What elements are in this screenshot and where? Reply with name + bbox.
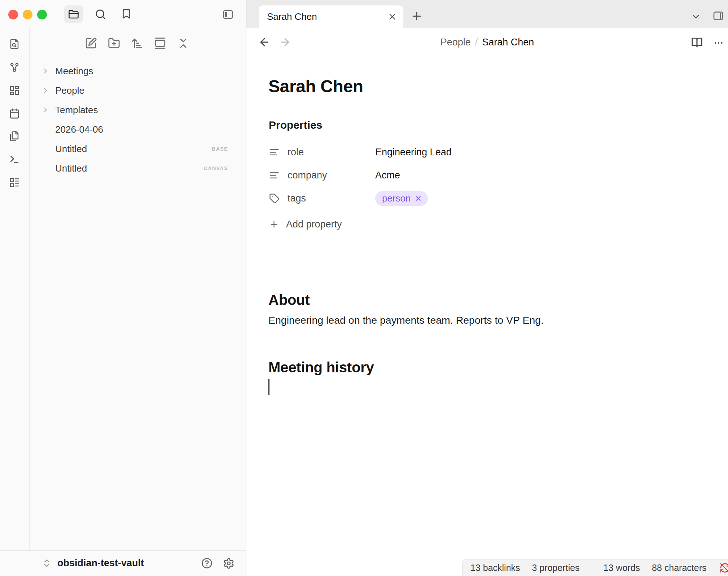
backlinks-count[interactable]: 13 backlinks <box>470 563 520 573</box>
section-heading-meeting-history[interactable]: Meeting history <box>268 359 374 376</box>
close-tab-icon[interactable] <box>387 12 397 22</box>
property-key[interactable]: company <box>269 170 375 181</box>
remove-tag-icon[interactable] <box>415 195 422 202</box>
property-value[interactable]: Engineering Lead <box>375 147 452 158</box>
property-name: tags <box>288 193 306 204</box>
tag-label: person <box>382 193 411 204</box>
file-type-badge: BASE <box>212 146 228 152</box>
add-property-label: Add property <box>286 219 342 230</box>
collapse-left-sidebar-button[interactable] <box>222 9 234 20</box>
help-icon[interactable] <box>201 558 212 569</box>
search-tab-button[interactable] <box>95 9 106 20</box>
sidebar-main-divider <box>246 0 246 576</box>
graph-view-icon[interactable] <box>9 62 20 73</box>
collapse-all-icon[interactable] <box>177 37 189 49</box>
tag-icon <box>269 193 280 204</box>
sync-error-icon[interactable] <box>719 562 728 573</box>
reading-view-icon[interactable] <box>691 37 703 48</box>
files-copy-icon[interactable] <box>9 131 20 142</box>
property-value[interactable]: Acme <box>375 170 400 181</box>
chevron-right-icon <box>41 106 49 114</box>
property-key[interactable]: role <box>269 147 375 158</box>
properties-heading[interactable]: Properties <box>269 119 322 131</box>
file-tree: Meetings People Templates 2026-04-06 Unt… <box>30 61 246 178</box>
sidebar-top-divider <box>0 28 246 28</box>
tab-list-chevron-icon[interactable] <box>690 11 701 22</box>
breadcrumb: People/Sarah Chen <box>246 37 728 48</box>
tree-folder-templates[interactable]: Templates <box>30 100 246 120</box>
layout-list-icon[interactable] <box>9 177 20 188</box>
file-label: Untitled <box>55 163 204 174</box>
property-name: company <box>288 170 327 181</box>
tab-title: Sarah Chen <box>267 11 387 22</box>
file-explorer-toolbar <box>85 37 189 49</box>
tree-file-untitled-canvas[interactable]: Untitled CANVAS <box>30 159 246 178</box>
about-paragraph[interactable]: Engineering lead on the payments team. R… <box>268 314 544 326</box>
note-label: 2026-04-06 <box>55 124 228 135</box>
folder-label: Templates <box>55 105 228 116</box>
tree-file-untitled-base[interactable]: Untitled BASE <box>30 139 246 159</box>
window-controls <box>8 10 47 19</box>
folder-label: Meetings <box>55 66 228 77</box>
text-property-icon <box>269 147 280 158</box>
canvas-dashboard-icon[interactable] <box>9 85 20 96</box>
terminal-icon[interactable] <box>9 154 20 165</box>
add-property-button[interactable]: Add property <box>269 216 342 232</box>
expand-right-sidebar-icon[interactable] <box>712 10 724 22</box>
new-folder-icon[interactable] <box>108 37 120 49</box>
text-cursor <box>268 379 269 395</box>
vault-switcher-row: obsidian-test-vault <box>0 551 246 576</box>
plus-icon <box>269 220 279 229</box>
chevron-right-icon <box>41 87 49 94</box>
chevron-right-icon <box>41 67 49 75</box>
status-bar: 13 backlinks 3 properties 13 words 88 ch… <box>462 559 728 576</box>
bookmarks-tab-button[interactable] <box>121 8 132 19</box>
sort-order-icon[interactable] <box>131 37 143 49</box>
new-note-icon[interactable] <box>85 37 97 49</box>
minimize-window-button[interactable] <box>23 10 32 19</box>
file-label: Untitled <box>55 143 212 155</box>
obsidian-window: Meetings People Templates 2026-04-06 Unt… <box>0 0 728 576</box>
file-type-badge: CANVAS <box>204 165 228 171</box>
tree-note-daily[interactable]: 2026-04-06 <box>30 120 246 139</box>
close-window-button[interactable] <box>8 10 18 19</box>
word-count[interactable]: 13 words <box>604 563 640 573</box>
tag-pill-person[interactable]: person <box>375 191 428 206</box>
breadcrumb-separator: / <box>475 37 478 48</box>
file-search-icon[interactable] <box>9 39 20 49</box>
note-title[interactable]: Sarah Chen <box>268 76 363 96</box>
new-tab-icon[interactable] <box>411 10 423 22</box>
settings-gear-icon[interactable] <box>223 558 234 569</box>
property-row-role: role Engineering Lead <box>269 143 594 161</box>
chevrons-up-down-icon <box>42 558 52 568</box>
rail-divider <box>29 28 30 550</box>
properties-count[interactable]: 3 properties <box>532 563 580 573</box>
vault-row-divider <box>0 550 246 551</box>
property-name: role <box>288 147 304 158</box>
breadcrumb-current[interactable]: Sarah Chen <box>482 37 534 48</box>
more-options-icon[interactable] <box>713 37 724 48</box>
zoom-window-button[interactable] <box>37 10 47 19</box>
files-tab-button[interactable] <box>64 5 83 23</box>
tree-folder-people[interactable]: People <box>30 81 246 100</box>
character-count[interactable]: 88 characters <box>652 563 706 573</box>
active-tab[interactable]: Sarah Chen <box>259 5 403 28</box>
vault-name[interactable]: obsidian-test-vault <box>57 558 201 569</box>
gallery-vertical-icon[interactable] <box>154 37 166 49</box>
property-key[interactable]: tags <box>269 193 375 204</box>
daily-note-calendar-icon[interactable] <box>9 108 20 119</box>
breadcrumb-parent[interactable]: People <box>440 37 471 48</box>
property-row-tags: tags person <box>269 189 594 208</box>
folder-label: People <box>55 85 228 96</box>
tree-folder-meetings[interactable]: Meetings <box>30 61 246 81</box>
folder-icon <box>68 9 79 20</box>
text-property-icon <box>269 170 280 181</box>
property-row-company: company Acme <box>269 166 594 185</box>
section-heading-about[interactable]: About <box>268 292 310 308</box>
